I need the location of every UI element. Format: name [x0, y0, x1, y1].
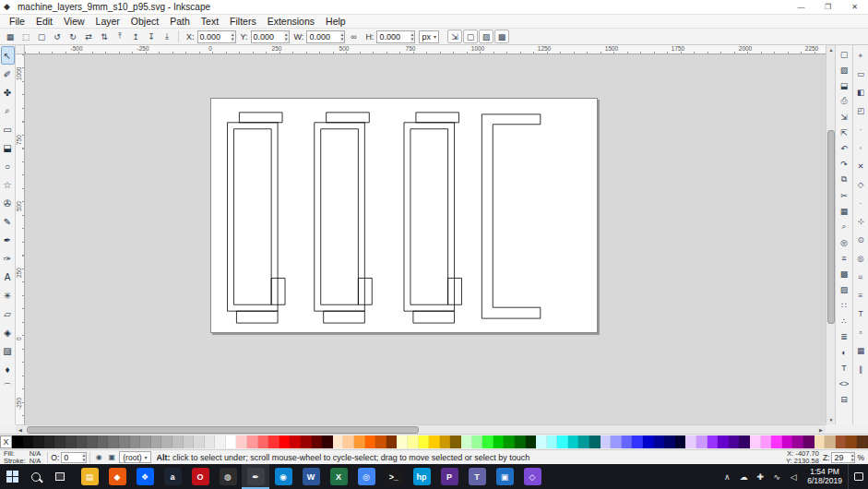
palette-swatch[interactable]	[803, 435, 814, 448]
search-button[interactable]	[24, 464, 48, 489]
palette-swatch[interactable]	[472, 435, 483, 448]
excel-icon[interactable]: X	[325, 464, 352, 489]
layer-outline-path[interactable]	[236, 311, 278, 323]
snap-guides-toggle[interactable]: ∥	[854, 360, 868, 378]
palette-swatch[interactable]	[632, 435, 643, 448]
move-gradients-toggle[interactable]: ▨	[479, 30, 493, 43]
palette-swatch[interactable]	[226, 435, 237, 448]
palette-swatch[interactable]	[461, 435, 472, 448]
layers-dialog-button[interactable]: ≣	[837, 328, 851, 344]
taskbar-app-icon[interactable]: P	[435, 464, 463, 489]
palette-swatch[interactable]	[44, 435, 55, 448]
maximize-button[interactable]: ❐	[814, 0, 841, 15]
palette-swatch[interactable]	[312, 435, 323, 448]
print-button[interactable]: ⎙	[837, 93, 851, 109]
word-icon[interactable]: W	[297, 464, 325, 489]
tweak-tool[interactable]: ✤	[1, 83, 15, 101]
palette-swatch[interactable]	[515, 435, 526, 448]
palette-swatch[interactable]	[792, 435, 803, 448]
palette-swatch[interactable]	[675, 435, 686, 448]
fill-stroke-dialog-button[interactable]: ◐	[837, 344, 851, 360]
palette-swatch[interactable]	[279, 435, 291, 448]
palette-swatch[interactable]	[568, 435, 579, 448]
y-spinner[interactable]: ▴▾	[284, 31, 289, 42]
palette-swatch[interactable]	[54, 435, 65, 448]
menu-path[interactable]: Path	[164, 16, 196, 27]
connector-tool[interactable]: ⌒	[1, 378, 15, 397]
palette-swatch[interactable]	[547, 435, 558, 448]
horizontal-scroll-thumb[interactable]	[27, 426, 419, 434]
palette-swatch[interactable]	[846, 435, 857, 448]
layer-outline-path[interactable]	[404, 123, 455, 311]
canvas[interactable]	[25, 54, 826, 424]
palette-swatch[interactable]	[718, 435, 729, 448]
hp-icon[interactable]: hp	[408, 464, 435, 489]
copy-button[interactable]: ⧉	[837, 172, 851, 187]
taskbar-app-icon[interactable]: ◇	[518, 464, 546, 489]
palette-swatch[interactable]	[140, 435, 151, 448]
snap-smooth-nodes-toggle[interactable]: ⊙	[854, 231, 868, 249]
dropbox-icon[interactable]: ❖	[131, 464, 159, 489]
clone-button[interactable]: ▩	[837, 266, 851, 281]
palette-swatch[interactable]	[77, 435, 88, 448]
raise-button[interactable]: ↥	[128, 30, 143, 43]
snap-grids-toggle[interactable]: ▦	[854, 341, 868, 360]
fill-stroke-indicator[interactable]: Fill: N/A Stroke: N/A	[0, 450, 44, 464]
palette-swatch[interactable]	[429, 435, 440, 448]
layer-outline-path[interactable]	[321, 129, 359, 304]
close-button[interactable]: ✕	[841, 0, 868, 15]
import-button[interactable]: ⇲	[837, 109, 851, 125]
snap-text-baseline-toggle[interactable]: T	[854, 304, 868, 323]
snap-rotation-centers-toggle[interactable]: ≡	[854, 286, 868, 304]
layer-outline-path[interactable]	[233, 129, 271, 304]
palette-swatch[interactable]	[526, 435, 537, 448]
palette-swatch[interactable]	[365, 435, 376, 448]
layer-outline-path[interactable]	[482, 114, 540, 318]
palette-swatch[interactable]	[825, 435, 836, 448]
snap-bbox-toggle[interactable]: ▭	[854, 65, 868, 83]
palette-swatch[interactable]	[205, 435, 216, 448]
opacity-input[interactable]: 0 ▴▾	[61, 452, 87, 463]
layer-outline-path[interactable]	[416, 113, 459, 123]
palette-swatch[interactable]	[664, 435, 675, 448]
lower-button[interactable]: ↧	[144, 30, 159, 43]
gradient-tool[interactable]: ▨	[1, 341, 15, 360]
palette-swatch[interactable]	[782, 435, 793, 448]
horizontal-ruler[interactable]: -500-25002505007501000125015001750200022…	[25, 45, 826, 54]
palette-swatch[interactable]	[419, 435, 430, 448]
undo-button[interactable]: ↶	[837, 140, 851, 156]
palette-swatch[interactable]	[161, 435, 172, 448]
scale-stroke-toggle[interactable]: ⇲	[447, 30, 462, 43]
layer-visibility-icon[interactable]: ◉	[93, 452, 104, 463]
snap-nodes-toggle[interactable]: ✕	[854, 157, 868, 175]
scale-corners-toggle[interactable]: ▢	[463, 30, 478, 43]
palette-swatch[interactable]	[290, 435, 301, 448]
layer-select[interactable]: (root) ▾	[119, 451, 150, 463]
palette-swatch[interactable]	[814, 435, 826, 448]
action-center-button[interactable]	[848, 464, 868, 489]
palette-swatch[interactable]	[172, 435, 184, 448]
palette-swatch[interactable]	[761, 435, 772, 448]
palette-swatch[interactable]	[375, 435, 386, 448]
paste-button[interactable]: ▦	[837, 203, 851, 219]
palette-swatch[interactable]	[151, 435, 162, 448]
open-document-button[interactable]: ▧	[837, 62, 851, 78]
flip-vertical-button[interactable]: ⇅	[97, 30, 112, 43]
palette-swatch[interactable]	[33, 435, 44, 448]
palette-swatch[interactable]	[343, 435, 354, 448]
palette-swatch[interactable]	[729, 435, 740, 448]
palette-swatch[interactable]	[504, 435, 515, 448]
spiral-tool[interactable]: ✇	[1, 194, 15, 212]
layer-outline-path[interactable]	[448, 278, 462, 304]
align-distribute-button[interactable]: ⊟	[837, 391, 851, 407]
chrome-icon[interactable]: ◎	[352, 464, 380, 489]
deselect-button[interactable]: ▢	[34, 30, 49, 43]
palette-swatch[interactable]	[333, 435, 344, 448]
network-icon[interactable]: ∿	[768, 464, 785, 489]
unit-select[interactable]: px ▾	[419, 30, 439, 43]
menu-help[interactable]: Help	[320, 16, 351, 27]
zoom-drawing-button[interactable]: ⌕	[837, 219, 851, 234]
duplicate-button[interactable]: ≡	[837, 250, 851, 266]
layer-outline-path[interactable]	[410, 129, 448, 304]
menu-extensions[interactable]: Extensions	[262, 16, 320, 27]
